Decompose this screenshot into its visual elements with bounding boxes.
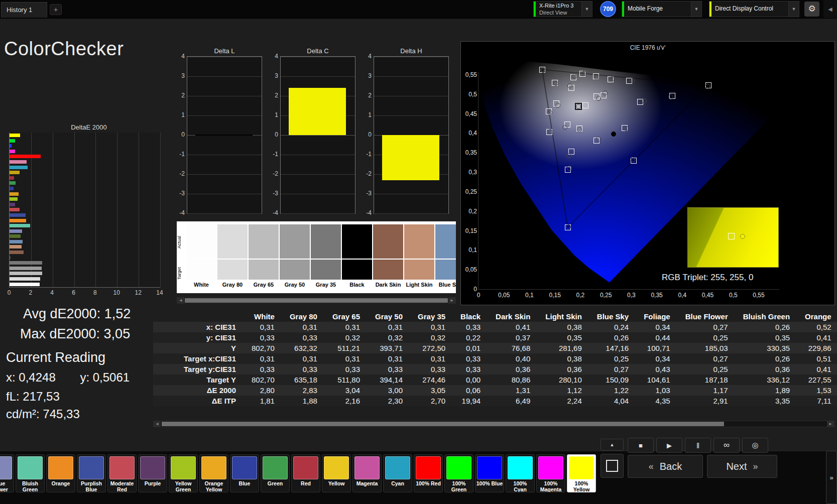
gridline xyxy=(187,174,262,175)
axis-tick-label: 0,4 xyxy=(463,130,477,137)
chevron-left-icon: ◀ xyxy=(828,6,832,13)
chevron-up-icon: ▲ xyxy=(610,442,615,447)
patch-button[interactable]: Yellow Green xyxy=(169,454,198,492)
table-cell: 104,61 xyxy=(636,374,678,385)
patch-button[interactable]: Yellow xyxy=(322,454,351,492)
chevron-down-icon[interactable]: ▼ xyxy=(691,2,701,17)
actual-row-label: Actual xyxy=(177,224,186,260)
patch-button[interactable]: Blue Flower xyxy=(0,454,14,492)
patch-label: Purple xyxy=(139,480,167,486)
rgb-triplet-readout: RGB Triplet: 255, 255, 0 xyxy=(662,273,753,283)
patch-button[interactable]: Orange xyxy=(46,454,75,492)
patch-button[interactable]: Red xyxy=(291,454,320,492)
chevron-down-icon[interactable]: ▼ xyxy=(581,2,592,17)
patch-button[interactable]: Magenta xyxy=(352,454,382,492)
source-dropdown[interactable]: Mobile Forge ▼ xyxy=(622,1,702,17)
patch-label: 100% Green xyxy=(445,480,473,492)
scrollbar-thumb[interactable] xyxy=(185,298,448,303)
chevron-down-icon[interactable]: ▼ xyxy=(788,2,799,17)
corner-cell xyxy=(153,311,244,322)
patch-color xyxy=(477,456,502,479)
axis-tick-label: 0,2 xyxy=(463,208,477,215)
gridline xyxy=(281,213,355,214)
deltae-bar xyxy=(10,283,40,286)
loop-button[interactable]: ◎ xyxy=(742,438,768,453)
edge-scroll-button[interactable]: » xyxy=(826,451,837,504)
axis-tick-label: -2 xyxy=(273,170,278,177)
table-scrollbar[interactable]: ◄ ► xyxy=(153,421,834,427)
swatch-actual xyxy=(373,224,403,259)
patch-button[interactable]: 100% Red xyxy=(414,454,443,492)
scroll-up-button[interactable]: ▲ xyxy=(601,439,624,451)
patch-button[interactable]: 100% Magenta xyxy=(536,454,565,492)
gridline xyxy=(281,76,355,77)
top-bar: History 1 + X-Rite i1Pro 3 Direct View ▼… xyxy=(0,0,837,19)
deltae-bar xyxy=(10,219,26,222)
continuous-read-button[interactable]: ∞ xyxy=(713,438,740,453)
cie-measured-marker xyxy=(553,81,558,86)
patch-button[interactable]: Purple xyxy=(138,454,167,492)
patch-button[interactable]: Purplish Blue xyxy=(77,454,106,492)
next-button[interactable]: Next » xyxy=(707,455,777,478)
scroll-left-icon[interactable]: ◄ xyxy=(177,298,184,303)
back-button[interactable]: « Back xyxy=(628,455,703,478)
pause-button[interactable]: ‖ xyxy=(685,438,711,453)
table-cell: 0,33 xyxy=(244,364,282,374)
scroll-left-icon[interactable]: ◄ xyxy=(154,421,161,427)
table-cell: 0,31 xyxy=(368,322,410,332)
history-tab[interactable]: History 1 xyxy=(1,2,47,18)
patch-button[interactable]: 100% Cyan xyxy=(506,454,535,492)
meter-dropdown[interactable]: X-Rite i1Pro 3 Direct View ▼ xyxy=(533,1,592,17)
collapse-panel-button[interactable]: ◀ xyxy=(823,0,837,18)
deltae-bar xyxy=(10,197,18,201)
swatch-actual xyxy=(311,224,341,259)
table-cell: 0,31 xyxy=(325,322,368,332)
axis-tick-label: 0 xyxy=(8,289,11,296)
axis-tick-label: 0,35 xyxy=(651,292,662,299)
swatch-scrollbar[interactable]: ◄ ► xyxy=(177,297,456,304)
table-cell: 0,01 xyxy=(453,343,488,353)
patch-label: Yellow Green xyxy=(169,480,197,492)
patch-button[interactable]: Bluish Green xyxy=(16,454,45,492)
table-cell: 802,70 xyxy=(244,374,282,385)
patch-color xyxy=(140,456,165,479)
column-header: Blue Sky xyxy=(589,311,636,322)
display-control-dropdown[interactable]: Direct Display Control ▼ xyxy=(709,1,799,17)
patch-button[interactable]: 100% Green xyxy=(444,454,473,492)
add-tab-button[interactable]: + xyxy=(50,4,62,15)
gridline xyxy=(160,133,161,287)
table-cell: 3,35 xyxy=(736,396,797,406)
stop-button[interactable]: ■ xyxy=(628,438,654,453)
table-cell: 0,34 xyxy=(636,353,678,364)
patch-button[interactable]: Green xyxy=(261,454,290,492)
axis-tick-label: 4 xyxy=(181,53,185,60)
row-label: Target y:CIE31 xyxy=(153,364,244,374)
gridline xyxy=(374,96,448,96)
patch-button[interactable]: 100% Yellow xyxy=(567,454,596,492)
patch-label: Yellow xyxy=(322,480,350,486)
deltae-bar xyxy=(10,208,20,211)
swatch-target xyxy=(373,260,403,280)
scroll-right-icon[interactable]: ► xyxy=(448,298,455,303)
deltae-bar xyxy=(10,261,42,265)
patch-button[interactable]: Blue xyxy=(230,454,259,492)
patch-button[interactable]: Orange Yellow xyxy=(199,454,228,492)
patch-button[interactable]: Moderate Red xyxy=(107,454,137,492)
settings-button[interactable]: ⚙ xyxy=(804,2,819,17)
table-cell: 0,31 xyxy=(244,322,282,332)
colorspace-badge[interactable]: 709 xyxy=(600,1,616,17)
scrollbar-thumb[interactable] xyxy=(162,422,724,426)
axis-tick-label: 0,15 xyxy=(549,292,560,299)
pattern-window-button[interactable] xyxy=(601,454,624,478)
table-cell: 0,31 xyxy=(282,322,325,332)
patch-button[interactable]: Cyan xyxy=(383,454,412,492)
patch-button[interactable]: 100% Blue xyxy=(475,454,504,492)
table-cell: 0,33 xyxy=(453,322,488,332)
play-button[interactable]: ▶ xyxy=(656,438,682,453)
scroll-right-icon[interactable]: ► xyxy=(827,421,834,427)
table-cell: 394,14 xyxy=(368,374,410,385)
column-header: Dark Skin xyxy=(488,311,538,322)
table-row: ΔE ITP1,811,882,162,302,7019,946,492,244… xyxy=(153,396,837,406)
gear-icon: ⚙ xyxy=(808,4,815,14)
swatch: Gray 80 xyxy=(217,224,248,293)
